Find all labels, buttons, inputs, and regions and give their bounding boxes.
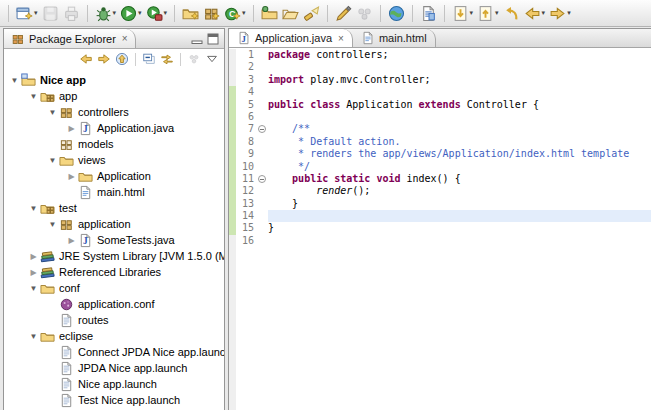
code-text-area[interactable]	[268, 111, 651, 123]
code-text-area[interactable]: */	[268, 161, 651, 173]
code-line[interactable]: 10 */	[229, 161, 651, 173]
tree-item-routes[interactable]: routes	[4, 312, 224, 328]
new-wizard-button[interactable]: ▾	[14, 4, 40, 23]
debug-button[interactable]: ▾	[93, 4, 119, 23]
code-text-area[interactable]: public class Application extends Control…	[268, 99, 651, 111]
open-type-button[interactable]	[259, 4, 280, 23]
fold-ruler[interactable]	[255, 123, 268, 135]
search-button[interactable]	[301, 4, 322, 23]
code-text-area[interactable]: }	[268, 222, 651, 234]
dropdown-arrow-icon[interactable]: ▾	[242, 9, 246, 17]
code-text-area[interactable]: * renders the app/views/Application/inde…	[268, 148, 651, 160]
tree-item-app[interactable]: ▼app	[4, 88, 224, 104]
forward-button[interactable]: ▾	[547, 4, 573, 23]
code-line[interactable]: 4	[229, 86, 651, 98]
package-explorer-tab[interactable]: Package Explorer ×	[4, 29, 136, 48]
tree-item-referenced-libraries[interactable]: ▶Referenced Libraries	[4, 264, 224, 280]
tree-item-jre-system-library-jvm-1-5-0-mac[interactable]: ▶JRE System Library [JVM 1.5.0 (Mac	[4, 248, 224, 264]
code-text-area[interactable]: package controllers;	[268, 49, 651, 61]
editor-empty-area[interactable]	[229, 247, 651, 410]
code-line[interactable]: 16	[229, 235, 651, 247]
tree-item-nice-app-launch[interactable]: Nice app.launch	[4, 376, 224, 392]
dropdown-arrow-icon[interactable]: ▾	[542, 9, 546, 17]
dropdown-arrow-icon[interactable]: ▾	[164, 9, 168, 17]
next-annotation-button[interactable]: ▾	[450, 4, 476, 23]
external-tools-button[interactable]: ▾	[144, 4, 170, 23]
tree-item-test-nice-app-launch[interactable]: Test Nice app.launch	[4, 392, 224, 408]
code-line[interactable]: 1package controllers;	[229, 49, 651, 61]
dropdown-arrow-icon[interactable]: ▾	[495, 9, 499, 17]
minimize-button[interactable]	[191, 33, 203, 45]
dropdown-arrow-icon[interactable]: ▾	[138, 9, 142, 17]
chevron-collapsed-icon[interactable]: ▶	[65, 172, 78, 181]
tree-item-application-conf[interactable]: application.conf	[4, 296, 224, 312]
code-line[interactable]: 8 * Default action.	[229, 136, 651, 148]
dropdown-arrow-icon[interactable]: ▾	[34, 9, 38, 17]
new-java-package-button[interactable]	[201, 4, 222, 23]
tree-item-conf[interactable]: ▼conf	[4, 280, 224, 296]
maximize-button[interactable]	[207, 33, 219, 45]
code-text-area[interactable]	[268, 86, 651, 98]
previous-annotation-button[interactable]: ▾	[475, 4, 501, 23]
console-button[interactable]	[418, 4, 439, 23]
chevron-collapsed-icon[interactable]: ▶	[27, 268, 40, 277]
tree-item-test[interactable]: ▼test	[4, 200, 224, 216]
chevron-expanded-icon[interactable]: ▼	[27, 284, 40, 293]
dropdown-arrow-icon[interactable]: ▾	[470, 9, 474, 17]
chevron-expanded-icon[interactable]: ▼	[46, 220, 59, 229]
tree-item-views[interactable]: ▼views	[4, 152, 224, 168]
code-text-area[interactable]: }	[268, 198, 651, 210]
code-line[interactable]: 6	[229, 111, 651, 123]
chevron-collapsed-icon[interactable]: ▶	[27, 252, 40, 261]
chevron-expanded-icon[interactable]: ▼	[46, 108, 59, 117]
code-text-area[interactable]	[268, 235, 651, 247]
code-text-area[interactable]	[268, 61, 651, 73]
fold-collapse-icon[interactable]	[258, 175, 266, 183]
chevron-collapsed-icon[interactable]: ▶	[65, 124, 78, 133]
code-line[interactable]: 5public class Application extends Contro…	[229, 99, 651, 111]
last-edit-location-button[interactable]	[501, 4, 522, 23]
collapse-all-button[interactable]	[141, 51, 157, 67]
fold-collapse-icon[interactable]	[258, 125, 266, 133]
open-resource-button[interactable]	[280, 4, 301, 23]
link-with-editor-button[interactable]	[159, 51, 175, 67]
code-text-area[interactable]	[268, 210, 651, 222]
brush-button[interactable]	[333, 4, 354, 23]
chevron-expanded-icon[interactable]: ▼	[46, 156, 59, 165]
up-nav-button[interactable]	[114, 51, 130, 67]
new-java-class-button[interactable]: C▾	[222, 4, 248, 23]
tree-item-controllers[interactable]: ▼controllers	[4, 104, 224, 120]
code-line[interactable]: 7 /**	[229, 123, 651, 135]
dropdown-arrow-icon[interactable]: ▾	[113, 9, 117, 17]
chevron-expanded-icon[interactable]: ▼	[27, 204, 40, 213]
tree-item-nice-app[interactable]: ▼Nice app	[4, 72, 224, 88]
code-text-area[interactable]: render();	[268, 185, 651, 197]
chevron-expanded-icon[interactable]: ▼	[27, 92, 40, 101]
dropdown-arrow-icon[interactable]: ▾	[567, 9, 571, 17]
close-icon[interactable]: ×	[338, 33, 344, 44]
fold-ruler[interactable]	[255, 173, 268, 185]
tree-item-jpda-nice-app-launch[interactable]: JPDA Nice app.launch	[4, 360, 224, 376]
code-line[interactable]: 9 * renders the app/views/Application/in…	[229, 148, 651, 160]
tree-item-models[interactable]: models	[4, 136, 224, 152]
chevron-expanded-icon[interactable]: ▼	[8, 76, 21, 85]
tree-item-application-java[interactable]: ▶JApplication.java	[4, 120, 224, 136]
code-editor[interactable]: 1package controllers;23import play.mvc.C…	[229, 49, 651, 410]
editor-tab-application-java[interactable]: JApplication.java×	[229, 29, 353, 47]
tree-item-main-html[interactable]: main.html	[4, 184, 224, 200]
editor-tab-main-html[interactable]: main.html	[353, 29, 436, 47]
forward-nav-button[interactable]	[96, 51, 112, 67]
view-menu-button[interactable]	[204, 51, 220, 67]
code-text-area[interactable]: import play.mvc.Controller;	[268, 74, 651, 86]
code-text-area[interactable]: public static void index() {	[268, 173, 651, 185]
code-text-area[interactable]: /**	[268, 123, 651, 135]
chevron-collapsed-icon[interactable]: ▶	[65, 236, 78, 245]
back-button[interactable]: ▾	[522, 4, 548, 23]
tree-item-application[interactable]: ▼application	[4, 216, 224, 232]
run-button[interactable]: ▾	[118, 4, 144, 23]
tree-item-application[interactable]: ▶Application	[4, 168, 224, 184]
code-line[interactable]: 12 render();	[229, 185, 651, 197]
code-text-area[interactable]: * Default action.	[268, 136, 651, 148]
close-icon[interactable]: ×	[122, 33, 128, 44]
package-explorer-tree[interactable]: ▼Nice app▼app▼controllers▶JApplication.j…	[4, 69, 224, 410]
